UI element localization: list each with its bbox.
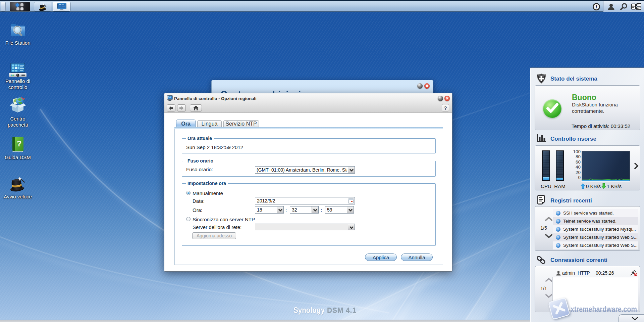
svg-text:?: ? bbox=[17, 139, 22, 148]
svg-text:i: i bbox=[596, 4, 597, 9]
